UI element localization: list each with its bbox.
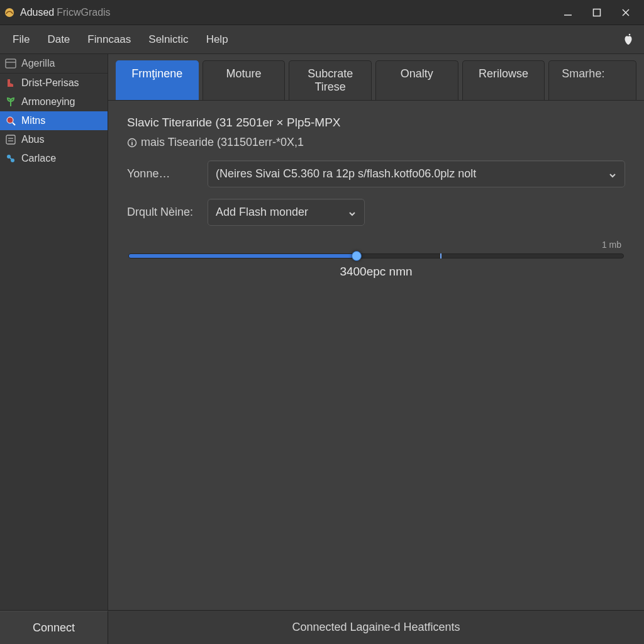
info-icon (127, 138, 137, 148)
chevron-down-icon (348, 208, 357, 217)
content-pane: Slavic Titeraride (31 2501er × Plp5-MPX … (108, 100, 644, 610)
menu-file[interactable]: File (4, 30, 38, 50)
slider-value-label: 3400epc nmn (127, 265, 625, 279)
svg-rect-6 (6, 59, 16, 68)
sidebar-item-label: Armoneying (21, 96, 75, 108)
sidebar-item-label: Carlace (21, 153, 56, 164)
page-subtitle-text: mais Tisearide (311501err-*0X,1 (141, 136, 304, 149)
config-icon (5, 153, 16, 164)
menu-finncaas[interactable]: Finncaas (79, 30, 140, 50)
svg-rect-2 (594, 9, 601, 16)
drqult-value: Add Flash monder (216, 206, 308, 219)
menubar: File Date Finncaas Selnictic Help (0, 25, 644, 54)
sidebar-item-drist-perisas[interactable]: Drist-Perisas (0, 74, 108, 92)
connect-button[interactable]: Connect (0, 611, 108, 644)
slider-icon (5, 134, 16, 145)
sidebar-heading: Agerilla (0, 54, 108, 74)
window-title-rest: FricwGradis (57, 7, 110, 18)
page-subtitle: mais Tisearide (311501err-*0X,1 (127, 136, 625, 149)
plant-icon (5, 96, 16, 108)
sidebar-item-label: Drist-Perisas (21, 77, 79, 89)
search-globe-icon (5, 115, 16, 126)
svg-point-8 (7, 117, 13, 123)
sidebar-item-carlace[interactable]: Carlace (0, 149, 108, 168)
sidebar: Agerilla Drist-Perisas Armoneying Mitns (0, 54, 108, 610)
slider-mark (440, 253, 441, 258)
tab-rerilowse[interactable]: Rerilowse (462, 60, 545, 100)
maximize-button[interactable] (582, 0, 611, 25)
speed-slider[interactable] (128, 253, 624, 258)
menu-selnictic[interactable]: Selnictic (140, 30, 197, 50)
status-text: Connected Lagaine-d Heatficents (108, 611, 644, 644)
window-title-strong: Adused (20, 7, 54, 18)
yonne-value: (Neires Sivai C5.360 ra 12p s/flash.kotf… (216, 167, 476, 180)
tab-frmtinene[interactable]: Frmţinene (116, 60, 199, 100)
tab-smarhe[interactable]: Smarhe: (548, 60, 636, 100)
sidebar-heading-label: Agerilla (21, 58, 55, 69)
drqult-select[interactable]: Add Flash monder (208, 199, 365, 226)
sidebar-item-label: Mitns (21, 115, 45, 126)
titlebar: Adused FricwGradis (0, 0, 644, 25)
speed-slider-area: 1 mb 3400epc nmn (127, 240, 625, 279)
menu-help[interactable]: Help (197, 30, 237, 50)
row-yonne: Yonne… (Neires Sivai C5.360 ra 12p s/fla… (127, 160, 625, 187)
main-pane: Frmţinene Moture Subcrate Tirese Onalty … (108, 54, 644, 610)
svg-line-15 (10, 158, 11, 159)
app-icon (4, 7, 15, 18)
sidebar-item-mitns[interactable]: Mitns (0, 111, 108, 130)
drqult-label: Drqult Nèine: (127, 206, 199, 219)
tab-onalty[interactable]: Onalty (375, 60, 458, 100)
tab-moture[interactable]: Moture (203, 60, 286, 100)
yonne-select[interactable]: (Neires Sivai C5.360 ra 12p s/flash.kotf… (208, 160, 625, 187)
svg-line-9 (13, 123, 15, 125)
svg-rect-10 (6, 135, 15, 144)
gear-apple-icon[interactable] (621, 33, 635, 47)
yonne-label: Yonne… (127, 167, 199, 180)
chevron-down-icon (608, 170, 617, 179)
row-drqult: Drqult Nèine: Add Flash monder (127, 199, 625, 226)
tab-subcrate-tirese[interactable]: Subcrate Tirese (289, 60, 372, 100)
page-title: Slavic Titeraride (31 2501er × Plp5-MPX (127, 116, 625, 130)
sidebar-item-abus[interactable]: Abus (0, 130, 108, 149)
boot-icon (5, 77, 16, 89)
sidebar-item-armoneying[interactable]: Armoneying (0, 92, 108, 111)
tab-bar: Frmţinene Moture Subcrate Tirese Onalty … (108, 54, 644, 100)
svg-point-0 (5, 8, 14, 17)
window-controls (553, 0, 640, 25)
close-button[interactable] (611, 0, 640, 25)
slider-fill (129, 254, 357, 258)
sidebar-item-label: Abus (21, 134, 44, 145)
slider-thumb[interactable] (352, 251, 362, 261)
slider-max-label: 1 mb (602, 240, 621, 250)
minimize-button[interactable] (553, 0, 582, 25)
menu-date[interactable]: Date (38, 30, 79, 50)
panel-icon (5, 58, 16, 69)
svg-point-5 (629, 33, 631, 35)
bottom-bar: Connect Connected Lagaine-d Heatficents (0, 610, 644, 644)
